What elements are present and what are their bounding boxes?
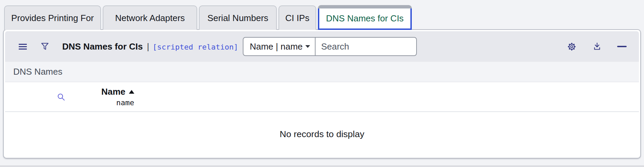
minimize-icon[interactable]	[617, 46, 627, 47]
toolbar-right-actions	[566, 41, 627, 52]
menu-icon[interactable]	[19, 44, 27, 50]
record-tab-strip: Provides Printing For Network Adapters S…	[0, 0, 644, 30]
window-bottom-edge	[0, 165, 644, 167]
chevron-down-icon	[305, 45, 310, 48]
settings-icon[interactable]	[566, 41, 577, 52]
list-search-box: Name | name	[243, 37, 417, 56]
sort-ascending-icon	[129, 90, 134, 94]
search-field-dropdown[interactable]: Name | name	[243, 38, 316, 55]
column-label: Name	[101, 87, 125, 97]
tab-ci-ips[interactable]: CI IPs	[278, 5, 316, 30]
list-title-group: DNS Names for CIs | [scripted relation]	[62, 41, 238, 52]
download-icon[interactable]	[592, 41, 602, 52]
tab-network-adapters[interactable]: Network Adapters	[103, 5, 197, 30]
list-toolbar: DNS Names for CIs | [scripted relation] …	[5, 31, 639, 62]
table-header-row: Name name	[5, 82, 639, 112]
list-subtitle: [scripted relation]	[153, 43, 238, 51]
search-input[interactable]	[316, 38, 416, 55]
search-field-selected: Name | name	[250, 41, 303, 52]
tab-serial-numbers[interactable]: Serial Numbers	[199, 5, 277, 30]
column-field-name: name	[116, 98, 134, 107]
related-list-page: Provides Printing For Network Adapters S…	[0, 0, 644, 167]
column-header-name[interactable]: Name name	[101, 87, 134, 107]
tab-provides-printing-for[interactable]: Provides Printing For	[4, 5, 101, 30]
column-search-icon[interactable]	[57, 93, 65, 101]
tab-dns-names-for-cis[interactable]: DNS Names for CIs	[318, 8, 412, 30]
related-list-panel: DNS Names for CIs | [scripted relation] …	[3, 29, 641, 159]
list-title: DNS Names for CIs	[62, 41, 143, 52]
filter-icon[interactable]	[40, 42, 49, 51]
empty-state-message: No records to display	[5, 112, 639, 156]
section-header: DNS Names	[5, 62, 639, 82]
title-separator: |	[147, 41, 149, 52]
